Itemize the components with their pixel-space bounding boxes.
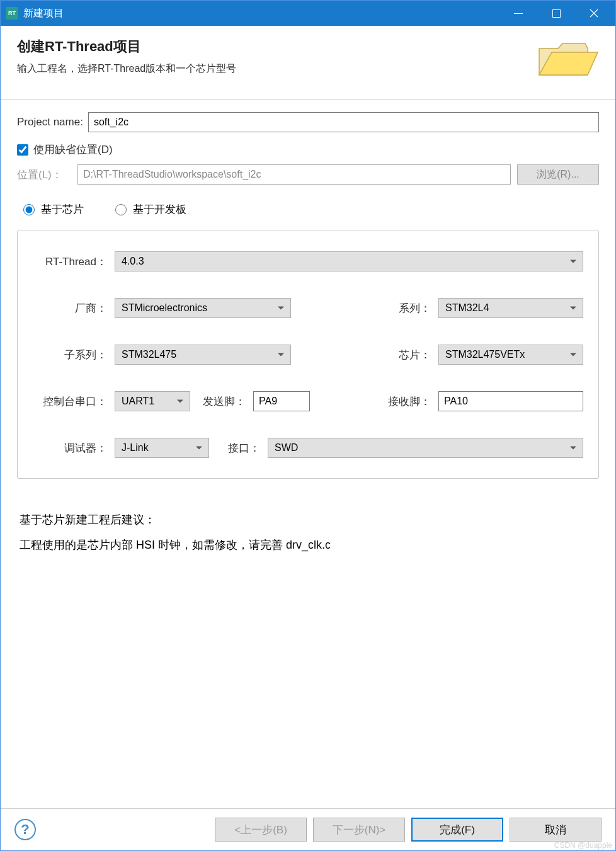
folder-icon: [536, 37, 599, 88]
chip-label: 芯片：: [291, 348, 438, 362]
rtthread-label: RT-Thread：: [33, 254, 115, 269]
rtthread-select[interactable]: 4.0.3: [115, 251, 583, 271]
radio-by-board[interactable]: 基于开发板: [115, 202, 186, 217]
subseries-label: 子系列：: [33, 348, 115, 362]
radio-by-chip-label: 基于芯片: [41, 202, 84, 217]
interface-select[interactable]: SWD: [268, 438, 583, 458]
help-button[interactable]: ?: [14, 819, 36, 840]
notes: 基于芯片新建工程后建议： 工程使用的是芯片内部 HSI 时钟，如需修改，请完善 …: [17, 508, 599, 557]
cancel-button[interactable]: 取消: [510, 818, 602, 842]
subseries-select[interactable]: STM32L475: [115, 345, 291, 365]
vendor-label: 厂商：: [33, 301, 115, 316]
series-label: 系列：: [291, 301, 438, 316]
maximize-button[interactable]: [537, 1, 575, 26]
dialog-title: 创建RT-Thread项目: [17, 37, 236, 56]
tx-input[interactable]: [253, 391, 310, 411]
location-input: [77, 164, 511, 185]
window-title: 新建项目: [23, 7, 499, 20]
next-button: 下一步(N)>: [313, 818, 405, 842]
debugger-label: 调试器：: [33, 441, 115, 455]
project-name-input[interactable]: [88, 112, 599, 132]
radio-by-board-label: 基于开发板: [133, 202, 186, 217]
default-location-label: 使用缺省位置(D): [33, 142, 113, 157]
radio-by-chip[interactable]: 基于芯片: [23, 202, 84, 217]
finish-button[interactable]: 完成(F): [411, 818, 503, 842]
footer: ? <上一步(B) 下一步(N)> 完成(F) 取消: [1, 808, 615, 850]
chip-select[interactable]: STM32L475VETx: [438, 345, 583, 365]
minimize-button[interactable]: [499, 1, 537, 26]
console-label: 控制台串口：: [33, 394, 115, 409]
close-button[interactable]: [575, 1, 613, 26]
svg-line-1: [590, 9, 598, 17]
series-select[interactable]: STM32L4: [438, 298, 583, 318]
notes-heading: 基于芯片新建工程后建议：: [20, 508, 596, 533]
title-bar: RT 新建项目: [1, 1, 615, 26]
svg-line-0: [590, 9, 598, 17]
tx-label: 发送脚：: [190, 394, 253, 409]
debugger-select[interactable]: J-Link: [115, 438, 209, 458]
default-location-checkbox[interactable]: [17, 144, 28, 156]
browse-button: 浏览(R)...: [517, 164, 599, 185]
dialog-subtitle: 输入工程名，选择RT-Thread版本和一个芯片型号: [17, 62, 236, 76]
location-label: 位置(L)：: [17, 168, 72, 182]
rx-input[interactable]: [438, 391, 583, 411]
dialog-header: 创建RT-Thread项目 输入工程名，选择RT-Thread版本和一个芯片型号: [1, 26, 615, 100]
project-name-label: Project name:: [17, 116, 83, 129]
interface-label: 接口：: [209, 441, 268, 455]
console-select[interactable]: UART1: [115, 391, 190, 411]
vendor-select[interactable]: STMicroelectronics: [115, 298, 291, 318]
app-icon: RT: [6, 7, 18, 20]
rx-label: 接收脚：: [310, 394, 438, 409]
back-button: <上一步(B): [215, 818, 307, 842]
notes-line1: 工程使用的是芯片内部 HSI 时钟，如需修改，请完善 drv_clk.c: [20, 533, 596, 558]
config-group: RT-Thread： 4.0.3 厂商： STMicroelectronics …: [17, 231, 599, 479]
